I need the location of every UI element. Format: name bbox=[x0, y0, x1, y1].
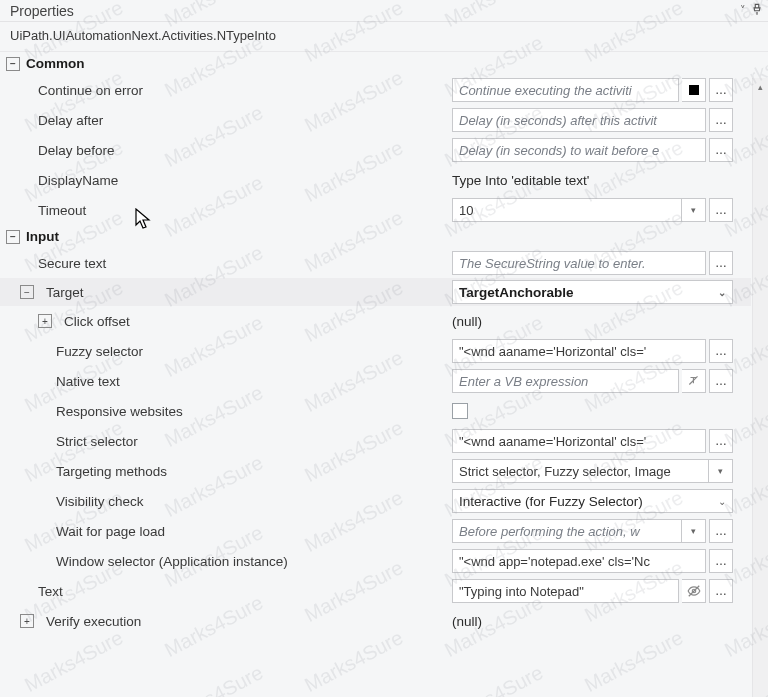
continue-on-error-input[interactable]: Continue executing the activiti bbox=[452, 78, 679, 102]
row-timeout: Timeout 10 ▾ … bbox=[0, 195, 751, 225]
visibility-check-value: Interactive (for Fuzzy Selector) bbox=[459, 494, 643, 509]
label-native-text: Native text bbox=[56, 374, 452, 389]
display-name-value[interactable]: Type Into 'editable text' bbox=[452, 173, 589, 188]
group-input[interactable]: − Input bbox=[0, 225, 751, 248]
row-delay-before: Delay before Delay (in seconds) to wait … bbox=[0, 135, 751, 165]
title-bar: Properties ˅ bbox=[0, 0, 768, 22]
collapse-icon[interactable]: − bbox=[20, 285, 34, 299]
ellipsis-button[interactable]: … bbox=[709, 198, 733, 222]
dropdown-button[interactable]: ▾ bbox=[682, 519, 706, 543]
window-selector-input[interactable]: "<wnd app='notepad.exe' cls='Nc bbox=[452, 549, 706, 573]
label-text: Text bbox=[38, 584, 452, 599]
collapse-chevron-icon[interactable]: ˅ bbox=[740, 4, 746, 17]
label-continue-on-error: Continue on error bbox=[38, 83, 452, 98]
label-delay-before: Delay before bbox=[38, 143, 452, 158]
label-window-selector: Window selector (Application instance) bbox=[56, 554, 452, 569]
property-list: − Common Continue on error Continue exec… bbox=[0, 52, 768, 697]
secure-text-input[interactable]: The SecureString value to enter. bbox=[452, 251, 706, 275]
delay-before-input[interactable]: Delay (in seconds) to wait before e bbox=[452, 138, 706, 162]
target-value: TargetAnchorable bbox=[459, 285, 574, 300]
text-input[interactable]: "Typing into Notepad" bbox=[452, 579, 679, 603]
ellipsis-button[interactable]: … bbox=[709, 369, 733, 393]
label-delay-after: Delay after bbox=[38, 113, 452, 128]
row-continue-on-error: Continue on error Continue executing the… bbox=[0, 75, 751, 105]
label-verify-execution: Verify execution bbox=[46, 614, 141, 629]
label-targeting-methods: Targeting methods bbox=[56, 464, 452, 479]
row-targeting-methods: Targeting methods Strict selector, Fuzzy… bbox=[0, 456, 751, 486]
collapse-icon[interactable]: − bbox=[6, 230, 20, 244]
activity-class-path: UiPath.UIAutomationNext.Activities.NType… bbox=[0, 22, 768, 52]
chevron-down-icon[interactable]: ⌄ bbox=[718, 496, 726, 507]
ellipsis-button[interactable]: … bbox=[709, 138, 733, 162]
panel-title: Properties bbox=[10, 3, 74, 19]
visibility-check-combo[interactable]: Interactive (for Fuzzy Selector) ⌄ bbox=[452, 489, 733, 513]
scroll-up-icon[interactable]: ▴ bbox=[758, 82, 763, 92]
responsive-websites-checkbox[interactable] bbox=[452, 403, 468, 419]
group-label-target: Target bbox=[46, 285, 84, 300]
row-display-name: DisplayName Type Into 'editable text' bbox=[0, 165, 751, 195]
expand-icon[interactable]: + bbox=[38, 314, 52, 328]
click-offset-value[interactable]: (null) bbox=[452, 314, 482, 329]
fuzzy-selector-input[interactable]: "<wnd aaname='Horizontal' cls=' bbox=[452, 339, 706, 363]
row-wait-for-page-load: Wait for page load Before performing the… bbox=[0, 516, 751, 546]
ellipsis-button[interactable]: … bbox=[709, 339, 733, 363]
ellipsis-button[interactable]: … bbox=[709, 549, 733, 573]
chevron-down-icon[interactable]: ⌄ bbox=[718, 287, 726, 298]
ellipsis-button[interactable]: … bbox=[709, 579, 733, 603]
group-label-common: Common bbox=[26, 56, 85, 71]
eye-off-icon[interactable] bbox=[682, 579, 706, 603]
strict-selector-input[interactable]: "<wnd aaname='Horizontal' cls=' bbox=[452, 429, 706, 453]
group-target[interactable]: − Target TargetAnchorable ⌄ bbox=[0, 278, 751, 306]
group-label-input: Input bbox=[26, 229, 59, 244]
ellipsis-button[interactable]: … bbox=[709, 251, 733, 275]
targeting-methods-input[interactable]: Strict selector, Fuzzy selector, Image bbox=[452, 459, 709, 483]
dropdown-button[interactable]: ▾ bbox=[709, 459, 733, 483]
row-secure-text: Secure text The SecureString value to en… bbox=[0, 248, 751, 278]
row-fuzzy-selector: Fuzzy selector "<wnd aaname='Horizontal'… bbox=[0, 336, 751, 366]
label-visibility-check: Visibility check bbox=[56, 494, 452, 509]
wait-for-page-load-input[interactable]: Before performing the action, w bbox=[452, 519, 682, 543]
label-secure-text: Secure text bbox=[38, 256, 452, 271]
vertical-scrollbar[interactable]: ▴ bbox=[752, 78, 768, 697]
expand-icon[interactable]: + bbox=[20, 614, 34, 628]
label-wait-for-page-load: Wait for page load bbox=[56, 524, 452, 539]
delay-after-input[interactable]: Delay (in seconds) after this activit bbox=[452, 108, 706, 132]
row-strict-selector: Strict selector "<wnd aaname='Horizontal… bbox=[0, 426, 751, 456]
row-responsive-websites: Responsive websites bbox=[0, 396, 751, 426]
pin-icon[interactable] bbox=[750, 2, 764, 19]
label-timeout: Timeout bbox=[38, 203, 452, 218]
row-text: Text "Typing into Notepad" … bbox=[0, 576, 751, 606]
row-native-text: Native text Enter a VB expression … bbox=[0, 366, 751, 396]
label-responsive-websites: Responsive websites bbox=[56, 404, 452, 419]
label-click-offset: Click offset bbox=[64, 314, 130, 329]
ellipsis-button[interactable]: … bbox=[709, 429, 733, 453]
target-value-combo[interactable]: TargetAnchorable ⌄ bbox=[452, 280, 733, 304]
ellipsis-button[interactable]: … bbox=[709, 108, 733, 132]
properties-panel: Properties ˅ UiPath.UIAutomationNext.Act… bbox=[0, 0, 768, 697]
ellipsis-button[interactable]: … bbox=[709, 78, 733, 102]
timeout-input[interactable]: 10 bbox=[452, 198, 682, 222]
row-verify-execution: + Verify execution (null) bbox=[0, 606, 751, 636]
row-click-offset: + Click offset (null) bbox=[0, 306, 751, 336]
native-text-input[interactable]: Enter a VB expression bbox=[452, 369, 679, 393]
label-display-name: DisplayName bbox=[38, 173, 452, 188]
row-window-selector: Window selector (Application instance) "… bbox=[0, 546, 751, 576]
filled-square-icon[interactable] bbox=[682, 78, 706, 102]
row-visibility-check: Visibility check Interactive (for Fuzzy … bbox=[0, 486, 751, 516]
dropdown-button[interactable]: ▾ bbox=[682, 198, 706, 222]
label-fuzzy-selector: Fuzzy selector bbox=[56, 344, 452, 359]
row-delay-after: Delay after Delay (in seconds) after thi… bbox=[0, 105, 751, 135]
label-strict-selector: Strict selector bbox=[56, 434, 452, 449]
group-common[interactable]: − Common bbox=[0, 52, 751, 75]
collapse-icon[interactable]: − bbox=[6, 57, 20, 71]
ellipsis-button[interactable]: … bbox=[709, 519, 733, 543]
verify-execution-value[interactable]: (null) bbox=[452, 614, 482, 629]
no-text-icon[interactable] bbox=[682, 369, 706, 393]
